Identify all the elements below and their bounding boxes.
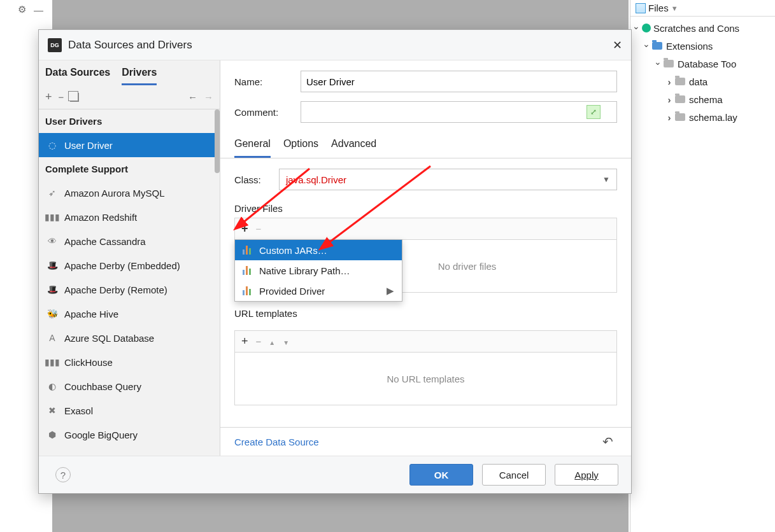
folder-icon (675, 113, 685, 121)
move-down-icon[interactable] (283, 336, 289, 347)
remove-icon[interactable] (59, 92, 64, 102)
folder-icon (664, 60, 674, 67)
driver-icon: ◐ (46, 381, 58, 392)
tree-node-schema[interactable]: schema (689, 94, 723, 105)
close-icon[interactable]: ✕ (613, 38, 622, 52)
gear-icon[interactable]: ⚙ (18, 4, 26, 15)
tab-general[interactable]: General (234, 138, 271, 158)
files-tab-icon (636, 3, 646, 13)
copy-icon[interactable] (70, 93, 79, 102)
url-templates-box: No URL templates (234, 352, 617, 405)
drivers-list[interactable]: User Drivers ◌ User Driver Complete Supp… (39, 109, 220, 456)
list-item-user-driver[interactable]: ◌ User Driver (39, 133, 220, 157)
minimize-icon[interactable]: — (34, 4, 43, 15)
menu-item-custom-jars[interactable]: Custom JARs… (235, 240, 402, 260)
driver-icon: ✖ (46, 405, 58, 416)
url-templates-placeholder: No URL templates (387, 374, 465, 384)
cancel-button[interactable]: Cancel (482, 464, 546, 486)
ok-button[interactable]: OK (409, 464, 473, 486)
tree-node-database-tools[interactable]: Database Too (678, 59, 736, 69)
remove-driver-file-icon[interactable] (256, 223, 262, 234)
tab-data-sources[interactable]: Data Sources (45, 67, 110, 85)
list-item[interactable]: 👁Apache Cassandra (39, 229, 220, 253)
project-tree[interactable]: Scratches and Cons Extensions Database T… (630, 17, 775, 129)
driver-icon: A (46, 332, 58, 344)
tree-node-schema-lay[interactable]: schema.lay (689, 112, 737, 123)
provided-driver-icon (243, 286, 253, 295)
expand-icon[interactable] (632, 23, 641, 34)
files-tool-window: Files ▼ Scratches and Cons Extensions Da… (630, 0, 775, 532)
driver-icon: 🐝 (46, 308, 58, 319)
dialog-title: Data Sources and Drivers (68, 39, 192, 52)
list-item-label: Amazon Aurora MySQL (64, 188, 165, 199)
forward-icon[interactable] (204, 92, 213, 102)
tab-advanced[interactable]: Advanced (331, 138, 376, 158)
list-item-label: Amazon Redshift (64, 212, 137, 223)
comment-input[interactable] (301, 101, 617, 123)
name-label: Name: (234, 76, 301, 87)
add-driver-file-icon[interactable] (241, 222, 248, 235)
native-lib-icon (243, 266, 253, 275)
undo-icon[interactable]: ↶ (602, 434, 613, 449)
class-dropdown[interactable]: java.sql.Driver ▼ (279, 169, 617, 190)
data-sources-dialog: DG Data Sources and Drivers ✕ Data Sourc… (38, 29, 632, 494)
remove-url-template-icon[interactable] (256, 336, 262, 347)
app-icon: DG (48, 38, 62, 52)
tab-drivers[interactable]: Drivers (122, 67, 157, 85)
list-item-label: Apache Cassandra (64, 236, 146, 247)
tree-node-data[interactable]: data (689, 76, 707, 87)
list-item[interactable]: AAzure SQL Database (39, 326, 220, 350)
jars-icon (243, 246, 253, 255)
menu-item-provided-driver[interactable]: Provided Driver ▶ (235, 281, 402, 301)
scrollbar-thumb[interactable] (215, 109, 220, 173)
list-item-label: User Driver (64, 140, 113, 151)
dropdown-icon[interactable]: ▼ (671, 4, 678, 12)
expand-icon[interactable] (653, 59, 662, 69)
help-icon[interactable]: ? (55, 467, 71, 482)
section-user-drivers: User Drivers (39, 109, 220, 133)
list-item-label: Exasol (64, 405, 93, 416)
section-complete-support: Complete Support (39, 157, 220, 181)
add-file-menu: Custom JARs… Native Library Path… Provid… (234, 239, 402, 302)
expand-icon[interactable] (665, 112, 674, 123)
list-item[interactable]: 🐝Apache Hive (39, 302, 220, 326)
expand-icon[interactable] (665, 76, 674, 87)
name-input[interactable] (301, 71, 617, 92)
class-label: Class: (234, 174, 279, 185)
dialog-left-pane: Data Sources Drivers User Drivers ◌ User… (39, 60, 220, 456)
driver-icon: ▮▮▮ (46, 211, 58, 223)
list-item[interactable]: ⬢Google BigQuery (39, 423, 220, 447)
dialog-right-pane: Name: Comment: ⤢ General Options Advance… (220, 60, 631, 456)
expand-icon[interactable] (665, 94, 674, 105)
tree-node-extensions[interactable]: Extensions (666, 41, 713, 52)
driver-files-placeholder: No driver files (438, 261, 497, 272)
expand-icon[interactable] (642, 41, 651, 52)
move-up-icon[interactable] (269, 336, 275, 347)
driver-icon: ▮▮▮ (46, 356, 58, 368)
list-item[interactable]: ▮▮▮Amazon Redshift (39, 205, 220, 229)
create-data-source-link[interactable]: Create Data Source (234, 437, 319, 447)
class-value: java.sql.Driver (286, 174, 346, 185)
apply-button[interactable]: Apply (555, 464, 618, 486)
tab-options[interactable]: Options (283, 138, 318, 158)
menu-item-label: Native Library Path… (259, 265, 350, 276)
files-tab-label[interactable]: Files (648, 3, 669, 13)
list-item[interactable]: 🎩Apache Derby (Remote) (39, 277, 220, 302)
folder-icon (675, 95, 685, 103)
list-item[interactable]: ➶Amazon Aurora MySQL (39, 181, 220, 205)
back-icon[interactable] (188, 92, 197, 102)
list-item[interactable]: ◐Couchbase Query (39, 374, 220, 398)
add-icon[interactable] (45, 90, 52, 104)
list-item-label: Apache Derby (Embedded) (64, 260, 180, 271)
tree-node-scratches[interactable]: Scratches and Cons (653, 23, 739, 34)
list-item-label: Azure SQL Database (64, 333, 154, 344)
menu-item-native-library[interactable]: Native Library Path… (235, 260, 402, 281)
folder-icon (675, 78, 685, 85)
list-item[interactable]: ✖Exasol (39, 398, 220, 423)
driver-icon: 🎩 (46, 284, 58, 295)
expand-icon[interactable]: ⤢ (587, 105, 601, 119)
list-item[interactable]: 🎩Apache Derby (Embedded) (39, 253, 220, 277)
list-item-label: Apache Hive (64, 309, 118, 319)
list-item[interactable]: ▮▮▮ClickHouse (39, 350, 220, 374)
add-url-template-icon[interactable] (241, 335, 248, 348)
